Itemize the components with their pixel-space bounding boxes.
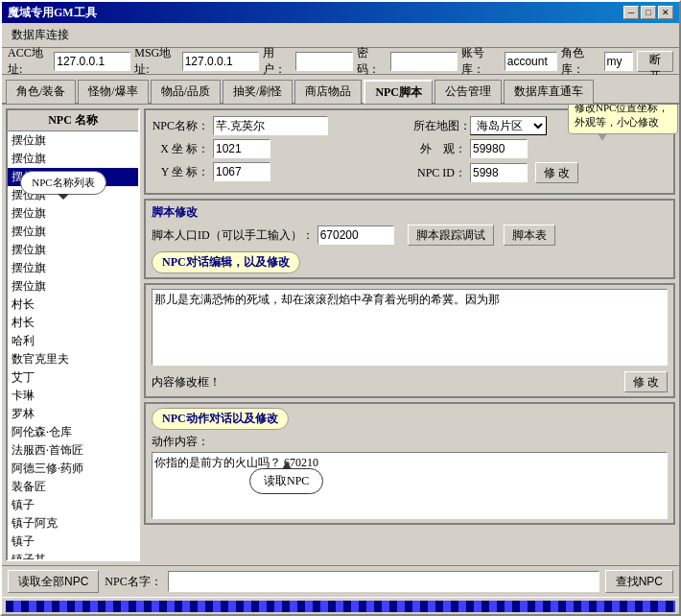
right-panel: NPC名称： X 坐 标： Y 坐 标：	[144, 108, 675, 561]
disconnect-button[interactable]: 断开	[637, 51, 673, 72]
npc-list[interactable]: 摆位旗 摆位旗 摆位旗张 摆位旗 摆位旗 摆位旗 摆位旗 摆位旗 摆位旗 村长 …	[8, 131, 138, 559]
npc-item[interactable]: 摆位旗	[8, 223, 138, 241]
menu-item-db[interactable]: 数据库连接	[6, 25, 75, 45]
npc-id-input[interactable]	[470, 163, 528, 182]
npc-item[interactable]: 镇子阿克	[8, 514, 138, 533]
npc-item[interactable]: 村长	[8, 314, 138, 332]
npc-item[interactable]: 摆位旗	[8, 186, 138, 204]
tab-announcement[interactable]: 公告管理	[434, 80, 502, 104]
toolbar: ACC地址: MSG地址: 用户： 密码： 账号库： 角色库： 断开	[2, 48, 679, 75]
npc-item[interactable]: 摆位旗	[8, 131, 138, 150]
account-input[interactable]	[505, 52, 557, 71]
dialog-textarea[interactable]	[152, 289, 668, 366]
npc-item[interactable]: 摆位旗	[8, 241, 138, 259]
appearance-input[interactable]	[470, 139, 528, 158]
user-label: 用户：	[263, 45, 293, 78]
role-input[interactable]	[604, 52, 633, 71]
tab-monster[interactable]: 怪物/爆率	[78, 80, 148, 104]
script-label: 脚本修改	[152, 204, 198, 221]
pwd-input[interactable]	[390, 52, 458, 71]
msg-label: MSG地址:	[134, 45, 177, 78]
y-coord-input[interactable]	[213, 162, 270, 181]
action-section: NPC动作对话以及修改 动作内容： 你指的是前方的火山吗？ 670210	[144, 402, 675, 525]
x-coord-label: X 坐 标：	[152, 141, 209, 157]
map-label: 所在地图：	[413, 118, 466, 134]
npc-info-modify-button[interactable]: 修 改	[535, 162, 578, 183]
tab-db-direct[interactable]: 数据库直通车	[504, 80, 594, 104]
read-all-npc-button[interactable]: 读取全部NPC	[8, 570, 99, 593]
msg-input[interactable]	[182, 52, 259, 71]
script-id-input[interactable]	[317, 225, 394, 245]
npc-item[interactable]: 罗林	[8, 405, 138, 423]
title-bar-buttons: ─ □ ✕	[623, 6, 673, 19]
content-edit-label: 内容修改框！	[152, 374, 221, 391]
npc-item[interactable]: 镇子其	[8, 551, 138, 559]
npc-name-label: NPC名称：	[152, 118, 209, 134]
tab-costume[interactable]: 角色/装备	[6, 80, 76, 104]
npc-item[interactable]: 摆位旗	[8, 259, 138, 277]
npc-name-input[interactable]	[213, 116, 328, 135]
close-button[interactable]: ✕	[658, 6, 673, 19]
npc-item[interactable]: 摆位旗	[8, 204, 138, 223]
map-dropdown[interactable]: 海岛片区	[470, 116, 547, 135]
npc-name-field-label: NPC名字：	[105, 574, 161, 590]
npc-item[interactable]: 镇子	[8, 533, 138, 551]
npc-info-section: NPC名称： X 坐 标： Y 坐 标：	[144, 108, 675, 195]
npc-item[interactable]: 阿伦森·仓库	[8, 423, 138, 441]
npc-item[interactable]: 数官克里夫	[8, 350, 138, 368]
npc-name-search-input[interactable]	[168, 571, 599, 592]
npc-list-header: NPC 名称	[8, 110, 138, 131]
npc-item[interactable]: 卡琳	[8, 387, 138, 405]
main-window: 魔域专用GM工具 ─ □ ✕ 数据库连接 ACC地址: MSG地址: 用户： 密…	[0, 0, 681, 616]
bottom-bar: 读取全部NPC NPC名字： 查找NPC	[2, 565, 679, 597]
tab-item[interactable]: 物品/品质	[151, 80, 221, 104]
dialog-modify-button[interactable]: 修 改	[624, 371, 668, 392]
acc-input[interactable]	[54, 52, 130, 71]
action-section-label: NPC动作对话以及修改	[152, 408, 289, 430]
maximize-button[interactable]: □	[641, 6, 656, 19]
script-id-label: 脚本人口ID（可以手工输入）：	[152, 227, 314, 244]
npc-item[interactable]: 摆位旗	[8, 277, 138, 296]
role-label: 角色库：	[561, 45, 600, 78]
script-debug-button[interactable]: 脚本跟踪调试	[408, 225, 494, 246]
script-section: 脚本修改 脚本人口ID（可以手工输入）： 脚本跟踪调试 脚本表 NPC对话编辑，…	[144, 199, 675, 279]
script-table-button[interactable]: 脚本表	[504, 225, 555, 246]
npc-item[interactable]: 阿德三修·药师	[8, 460, 138, 478]
appearance-label: 外 观：	[413, 141, 466, 157]
npc-item[interactable]: 艾丁	[8, 368, 138, 387]
npc-item[interactable]: 摆位旗张	[8, 168, 138, 186]
main-content: NPC 名称 摆位旗 摆位旗 摆位旗张 摆位旗 摆位旗 摆位旗 摆位旗 摆位旗 …	[2, 105, 679, 565]
account-label: 账号库：	[461, 45, 501, 78]
npc-item[interactable]: 法服西·首饰匠	[8, 441, 138, 460]
npc-item[interactable]: 村长	[8, 296, 138, 314]
action-content-area: 你指的是前方的火山吗？ 670210	[152, 452, 668, 519]
npc-item[interactable]: 镇子	[8, 496, 138, 514]
tabs-bar: 角色/装备 怪物/爆率 物品/品质 抽奖/刷怪 商店物品 NPC脚本 公告管理 …	[2, 75, 679, 105]
window-title: 魔域专用GM工具	[8, 5, 97, 21]
npc-item[interactable]: 摆位旗	[8, 150, 138, 168]
action-content-label: 动作内容：	[152, 434, 668, 450]
dialog-section: 内容修改框！ 修 改	[144, 283, 675, 398]
npc-item[interactable]: 哈利	[8, 332, 138, 350]
y-coord-label: Y 坐 标：	[152, 164, 209, 180]
pwd-label: 密码：	[357, 45, 387, 78]
user-input[interactable]	[295, 52, 353, 71]
status-progress-bar	[6, 601, 675, 612]
npc-list-panel: NPC 名称 摆位旗 摆位旗 摆位旗张 摆位旗 摆位旗 摆位旗 摆位旗 摆位旗 …	[6, 108, 140, 561]
npc-item[interactable]: 装备匠	[8, 478, 138, 496]
minimize-button[interactable]: ─	[623, 6, 639, 19]
tab-lottery[interactable]: 抽奖/刷怪	[223, 80, 293, 104]
tab-npc-script[interactable]: NPC脚本	[364, 80, 433, 104]
dialog-edit-label: NPC对话编辑，以及修改	[152, 251, 300, 273]
find-npc-button[interactable]: 查找NPC	[605, 570, 673, 593]
title-bar: 魔域专用GM工具 ─ □ ✕	[2, 2, 679, 23]
x-coord-input[interactable]	[213, 139, 270, 158]
npc-id-label: NPC ID：	[413, 165, 466, 181]
status-bar	[2, 597, 679, 614]
tab-shop[interactable]: 商店物品	[294, 80, 362, 104]
acc-label: ACC地址:	[8, 45, 50, 78]
